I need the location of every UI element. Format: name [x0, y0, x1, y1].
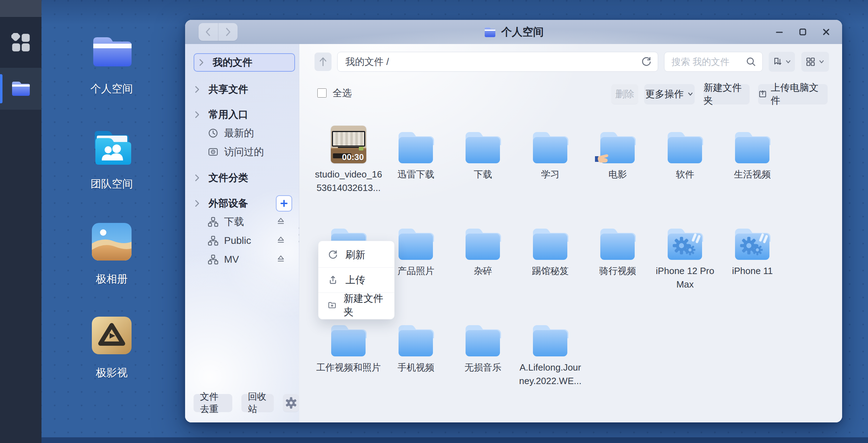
grid-view-icon — [806, 57, 816, 67]
eject-icon — [276, 235, 285, 245]
minimize-button[interactable] — [774, 27, 785, 37]
file-item-video[interactable]: 00:30 studio_video_16 53614032613... — [312, 126, 385, 195]
sidebar-item-my-files[interactable]: 我的文件 — [194, 53, 295, 72]
file-item-folder[interactable]: 生活视频 — [716, 126, 789, 181]
file-name: iPhone 12 Pro Max — [649, 264, 721, 291]
sidebar-item-device-public[interactable]: Public — [208, 233, 295, 249]
file-item-device-backup-folder[interactable]: iPhone 11 — [716, 222, 789, 278]
file-item-device-backup-folder[interactable]: iPhone 12 Pro Max — [649, 222, 721, 291]
sidebar-item-shared-files[interactable]: 共享文件 — [194, 81, 295, 98]
maximize-button[interactable] — [797, 27, 808, 37]
context-menu-label: 上传 — [345, 273, 365, 287]
sidebar-item-visited[interactable]: 访问过的 — [208, 144, 295, 160]
window-controls — [774, 20, 831, 44]
sidebar-item-label: 访问过的 — [224, 145, 264, 159]
minimize-icon — [775, 27, 784, 37]
file-item-folder[interactable]: 学习 — [514, 126, 586, 181]
files-folder-icon — [11, 80, 31, 97]
eject-button[interactable] — [276, 217, 285, 227]
chevron-down-icon — [818, 59, 825, 65]
go-up-button[interactable] — [315, 53, 332, 71]
eject-button[interactable] — [276, 235, 285, 246]
sidebar-item-label: 最新的 — [224, 126, 254, 140]
sidebar-item-label: 文件分类 — [208, 171, 248, 185]
upload-icon — [758, 89, 767, 99]
file-item-folder[interactable]: 电影 — [582, 126, 654, 181]
add-external-device-button[interactable] — [276, 195, 292, 212]
upload-pc-files-button[interactable]: 上传电脑文件 — [758, 84, 828, 104]
path-bar — [337, 52, 658, 72]
context-menu-new-folder[interactable]: 新建文件夹 — [318, 292, 394, 318]
file-name: 无损音乐 — [447, 361, 519, 374]
video-thumbnail: 00:30 — [331, 126, 366, 163]
file-name: studio_video_16 53614032613... — [312, 168, 385, 195]
sidebar-item-device-download[interactable]: 下载 — [208, 214, 295, 230]
rail-item-apps[interactable] — [0, 17, 41, 68]
file-item-folder[interactable]: 下载 — [447, 126, 519, 181]
context-menu-refresh[interactable]: 刷新 — [318, 242, 394, 267]
folder-icon — [464, 226, 501, 260]
refresh-icon — [641, 56, 652, 67]
window-titlebar[interactable]: 个人空间 — [185, 20, 842, 44]
file-item-folder[interactable]: 踢馆秘笈 — [514, 222, 586, 278]
file-item-folder[interactable]: A.Lifelong.Jour ney.2022.WE... — [514, 319, 586, 388]
dedupe-button[interactable]: 文件去重 — [194, 394, 232, 412]
network-device-icon — [208, 254, 218, 265]
desktop-icon-photo-album[interactable]: 极相册 — [73, 223, 151, 286]
settings-button[interactable] — [283, 394, 299, 412]
close-button[interactable] — [821, 27, 831, 37]
close-icon — [822, 27, 831, 37]
context-menu-upload[interactable]: 上传 — [318, 267, 394, 292]
rail-top-strip — [0, 0, 41, 17]
desktop-icon-team-space[interactable]: 团队空间 — [73, 128, 151, 191]
hand-cursor-icon — [595, 151, 611, 165]
eject-button[interactable] — [276, 254, 285, 265]
sidebar-item-categories[interactable]: 文件分类 — [194, 170, 295, 186]
search-box — [664, 52, 763, 72]
file-name: 骑行视频 — [582, 264, 654, 278]
select-all-checkbox[interactable] — [317, 88, 327, 98]
path-input[interactable] — [338, 56, 641, 67]
refresh-button[interactable] — [641, 56, 652, 67]
file-name: 下载 — [447, 168, 519, 181]
sidebar-item-recent[interactable]: 最新的 — [208, 125, 295, 141]
rail-item-files[interactable] — [0, 68, 41, 110]
delete-button[interactable]: 删除 — [611, 84, 638, 104]
sidebar-item-label: 常用入口 — [208, 108, 248, 121]
file-item-folder[interactable]: 工作视频和照片 — [312, 319, 385, 374]
new-folder-button[interactable]: 新建文件夹 — [703, 84, 750, 104]
file-item-folder[interactable]: 迅雷下载 — [380, 126, 452, 181]
sort-button[interactable] — [769, 52, 795, 72]
movie-app-icon — [92, 317, 132, 354]
eject-icon — [276, 217, 285, 226]
search-icon — [745, 56, 757, 67]
desktop-icon-label: 个人空间 — [73, 82, 151, 96]
file-item-folder[interactable]: 无损音乐 — [447, 319, 519, 374]
chevron-right-icon — [224, 27, 232, 37]
file-item-folder[interactable]: 杂碎 — [447, 222, 519, 278]
nav-history-group — [199, 23, 238, 41]
search-input[interactable] — [664, 56, 745, 67]
file-item-folder[interactable]: 骑行视频 — [582, 222, 654, 278]
desktop-icon-personal-space[interactable]: 个人空间 — [73, 34, 151, 96]
photo-album-app-icon — [92, 223, 132, 261]
file-item-folder[interactable]: 软件 — [649, 126, 721, 181]
file-browser-main: 全选 删除 更多操作 新建文件夹 上传电脑文件 — [299, 44, 842, 422]
sidebar-item-device-mv[interactable]: MV — [208, 251, 295, 268]
search-button[interactable] — [745, 56, 757, 67]
context-menu: 刷新 上传 新建文件夹 — [318, 241, 395, 319]
file-item-folder[interactable]: 手机视频 — [380, 319, 452, 374]
view-mode-button[interactable] — [801, 52, 829, 72]
forward-button[interactable] — [218, 23, 238, 41]
recycle-bin-button[interactable]: 回收站 — [241, 394, 274, 412]
desktop-icon-movie-app[interactable]: 极影视 — [73, 317, 151, 380]
chevron-right-icon — [194, 173, 201, 182]
back-button[interactable] — [199, 23, 218, 41]
chevron-down-icon — [785, 59, 791, 65]
select-all-control: 全选 — [316, 87, 352, 99]
more-actions-button[interactable]: 更多操作 — [644, 84, 695, 104]
sidebar-item-common-entry[interactable]: 常用入口 — [194, 106, 295, 123]
refresh-icon — [328, 250, 338, 260]
sidebar-item-label: 下载 — [224, 215, 244, 229]
chevron-down-icon — [687, 91, 694, 97]
